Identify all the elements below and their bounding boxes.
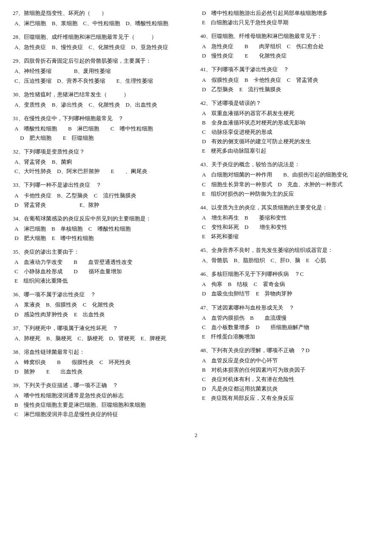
q37-options: A、肺梗死 B、脑梗死 C、肠梗死 D、肾梗死 E、脾梗死 [13, 334, 192, 343]
q48-options: A 血管反应是炎症的中心环节 B 对机体损害的任何因素均可为致炎因子 C 炎症对… [200, 356, 379, 403]
q46-options: A 佝寒 B 结核 C 霍奇金病 D 血吸虫虫卵结节 E 异物肉芽肿 [200, 280, 379, 298]
q36-option-row1: A 浆液炎 B、假膜性炎 C 化脓性炎 [14, 300, 192, 310]
q40-options: A 急性炎症 B 肉芽组织 C 伤口愈合处 D 慢性炎症 E 化脓性炎症 [200, 42, 379, 61]
question-39: 39、下列关于炎症描述，哪一项不正确 ？ A 嗜中性粒细胞浸润通常是急性炎症的标… [13, 381, 192, 419]
question-38: 38、溶血性链球菌最常引起： A 蜂窝织炎 B 假膜性炎 C 环死性炎 D 脓肿… [13, 347, 192, 376]
q33-options: A 卡他性炎症 B、乙型脑炎 C 流行性脑膜炎 D 肾盂肾炎 E、脓肿 [13, 191, 192, 210]
q29-option-row1: A、神经性萎缩 B、废用性萎缩 [14, 67, 192, 76]
question-34: 34、在葡萄球菌感染的炎症反应中所见到的主要细胞是： A 淋巴细胞 B 单核细胞… [13, 214, 192, 243]
q41-option-row1: A 假膜性炎症 B 卡他性炎症 C 肾盂肾炎 [202, 75, 379, 85]
q27-option-row: A、淋巴细胞 B、浆细胞 C、中性粒细胞 D、嗜酸性粒细胞 [14, 19, 192, 28]
question-40: 40、巨噬细胞、纤维母细胞和淋巴细胞最常见于： A 急性炎症 B 肉芽组织 C … [200, 32, 379, 61]
q48-option-c: C 炎症对机体有利，又有潜在危险性 [202, 375, 379, 384]
q43-text: 43、关于炎症的概念，较恰当的说法是： [200, 160, 379, 169]
q38-text: 38、溶血性链球菌最常引起： [13, 347, 192, 357]
q44-options: A 增生和再生 B 萎缩和变性 C 变性和坏死 D 增生和变性 E 坏死和萎缩 [200, 213, 379, 241]
q38-option-row2: D 脓肿 E 出血性炎 [14, 367, 192, 376]
q47-text: 47、下述因素哪种与血栓形成无关 ？ [200, 303, 379, 312]
q36-text: 36、哪一项不属于渗出性炎症 ？ [13, 290, 192, 299]
q27-options: A、淋巴细胞 B、浆细胞 C、中性粒细胞 D、嗜酸性粒细胞 [13, 19, 192, 28]
q44-text: 44、以变质为主的炎症，其实质细胞的主要变化是： [200, 203, 379, 212]
right-column: D 嗜中性粒细胞游出后必然引起局部单核细胞增多 E 白细胞渗出只见于急性炎症早期… [200, 9, 379, 423]
question-30: 30、急性猪瘟时，患猪淋巴结常发生（ ） A、变质性炎 B、渗出性炎 C、化脓性… [13, 90, 192, 110]
q43-option-row3: E 组织对损伤的一种防御为主的反应 [202, 189, 379, 199]
q32-option-row1: A、肾盂肾炎 B、菌痢 [14, 157, 192, 167]
q31-option-row2: D 肥大细胞 E 巨噬细胞 [14, 133, 192, 143]
question-46: 46、多核巨细胞不见于下列哪种疾病 ？C A 佝寒 B 结核 C 霍奇金病 D … [200, 269, 379, 298]
q48-option-b: B 对机体损害的任何因素均可为致炎因子 [202, 365, 379, 375]
question-36: 36、哪一项不属于渗出性炎症 ？ A 浆液炎 B、假膜性炎 C 化脓性炎 D 感… [13, 290, 192, 319]
q44-option-row3: E 坏死和萎缩 [202, 232, 379, 241]
q42-option-e: E 梗死多由动脉阻塞引起 [202, 146, 379, 156]
question-41: 41、下列哪项不属于渗出性炎症 ？ A 假膜性炎症 B 卡他性炎症 C 肾盂肾炎… [200, 65, 379, 94]
q31-text: 31、在慢性炎症中，下列哪种细胞最常见 ？ [13, 114, 192, 123]
q39-option-d: D 嗜中性粒细胞游出后必然引起局部单核细胞增多 [202, 9, 379, 18]
q34-options: A 淋巴细胞 B 单核细胞 C 嗜酸性粒细胞 D 肥大细胞 E 嗜中性粒细胞 [13, 224, 192, 243]
q47-option-row1: A 血管内膜损伤 B 血流缓慢 [202, 313, 379, 323]
q46-option-row2: D 血吸虫虫卵结节 E 异物肉芽肿 [202, 289, 379, 298]
q46-option-row1: A 佝寒 B 结核 C 霍奇金病 [202, 280, 379, 289]
q28-option-row: A、急性炎症 B、慢性炎症 C、化脓性炎症 D、亚急性炎症 [14, 43, 192, 52]
q47-option-row2: C 血小板数量增多 D 癌细胞崩解产物 [202, 323, 379, 332]
two-column-layout: 27、脓细胞是指变性、坏死的（ ） A、淋巴细胞 B、浆细胞 C、中性粒细胞 D… [13, 9, 379, 423]
q39-option-row2: B 慢性炎症细胞主要是淋巴细胞、巨噬细胞和浆细胞 [14, 400, 192, 410]
q34-text: 34、在葡萄球菌感染的炎症反应中所见到的主要细胞是： [13, 214, 192, 223]
q33-text: 33、下列哪一种不是渗出性炎症 ？ [13, 180, 192, 190]
q28-options: A、急性炎症 B、慢性炎症 C、化脓性炎症 D、亚急性炎症 [13, 43, 192, 52]
q44-option-row2: C 变性和坏死 D 增生和变性 [202, 223, 379, 232]
q33-option-row1: A 卡他性炎症 B、乙型脑炎 C 流行性脑膜炎 [14, 191, 192, 200]
q33-option-row2: D 肾盂肾炎 E、脓肿 [14, 200, 192, 210]
q38-option-row1: A 蜂窝织炎 B 假膜性炎 C 环死性炎 [14, 358, 192, 367]
q40-option-row1: A 急性炎症 B 肉芽组织 C 伤口愈合处 [202, 42, 379, 51]
question-31: 31、在慢性炎症中，下列哪种细胞最常见 ？ A 嗜酸性粒细胞 B 淋巴细胞 C … [13, 114, 192, 143]
q47-options: A 血管内膜损伤 B 血流缓慢 C 血小板数量增多 D 癌细胞崩解产物 E 纤维… [200, 313, 379, 341]
q39-text: 39、下列关于炎症描述，哪一项不正确 ？ [13, 381, 192, 390]
left-column: 27、脓细胞是指变性、坏死的（ ） A、淋巴细胞 B、浆细胞 C、中性粒细胞 D… [13, 9, 192, 423]
q37-option-row: A、肺梗死 B、脑梗死 C、肠梗死 D、肾梗死 E、脾梗死 [14, 334, 192, 343]
q42-text: 42、下述哪项是错误的？ [200, 98, 379, 108]
q35-option-row3: E 组织间液比重降低 [14, 276, 192, 286]
q30-options: A、变质性炎 B、渗出性炎 C、化脓性炎 D、出血性炎 [13, 100, 192, 110]
q39-option-row3: C 淋巴细胞浸润并非总是慢性炎症的特征 [14, 410, 192, 419]
q28-text: 28、巨噬细胞、成纤维细胞和淋巴细胞最常见于（ ） [13, 32, 192, 42]
q42-option-c: C 动脉痉挛促进梗死的形成 [202, 127, 379, 137]
q41-options: A 假膜性炎症 B 卡他性炎症 C 肾盂肾炎 D 乙型脑炎 E 流行性脑膜炎 [200, 75, 379, 94]
q45-option-row: A、骨骼肌 B、脂肪组织 C、肝D、脑 E 心肌 [202, 256, 379, 265]
q30-option-row: A、变质性炎 B、渗出性炎 C、化脓性炎 D、出血性炎 [14, 100, 192, 110]
q39-continued: D 嗜中性粒细胞游出后必然引起局部单核细胞增多 E 白细胞渗出只见于急性炎症早期 [200, 9, 379, 27]
q29-text: 29、四肢骨折石膏固定后引起的骨骼肌萎缩，主要属于： [13, 56, 192, 66]
q43-option-row2: C 细胞生长异常的一种形式 D 充血、水肿的一种形式 [202, 180, 379, 189]
q32-text: 32、下列哪项是变质性炎症？ [13, 147, 192, 156]
q44-option-row1: A 增生和再生 B 萎缩和变性 [202, 213, 379, 223]
q46-text: 46、多核巨细胞不见于下列哪种疾病 ？C [200, 269, 379, 279]
q40-text: 40、巨噬细胞、纤维母细胞和淋巴细胞最常见于： [200, 32, 379, 41]
q48-option-e: E 炎症既有局部反应，又有全身反应 [202, 393, 379, 403]
q34-option-row1: A 淋巴细胞 B 单核细胞 C 嗜酸性粒细胞 [14, 224, 192, 234]
page: 27、脓细胞是指变性、坏死的（ ） A、淋巴细胞 B、浆细胞 C、中性粒细胞 D… [13, 9, 379, 439]
q32-options: A、肾盂肾炎 B、菌痢 C、大叶性肺炎 D、阿米巴肝脓肿 E 、阑尾炎 [13, 157, 192, 176]
q47-option-row3: E 纤维蛋白溶酶增加 [202, 332, 379, 341]
q41-option-row2: D 乙型脑炎 E 流行性脑膜炎 [202, 85, 379, 94]
question-48: 48、下列有关炎症的理解，哪项不正确 ？D A 血管反应是炎症的中心环节 B 对… [200, 346, 379, 403]
question-45: 45、全身营养不良时，首先发生萎缩的组织或器官是： A、骨骼肌 B、脂肪组织 C… [200, 246, 379, 265]
q48-option-d: D 凡是炎症都运用抗菌素抗炎 [202, 384, 379, 393]
q36-options: A 浆液炎 B、假膜性炎 C 化脓性炎 D 感染性肉芽肿性炎 E 出血性炎 [13, 300, 192, 319]
question-42: 42、下述哪项是错误的？ A 双重血液循环的器官不易发生梗死 B 全身血液循环状… [200, 98, 379, 156]
q30-text: 30、急性猪瘟时，患猪淋巴结常发生（ ） [13, 90, 192, 99]
q27-text: 27、脓细胞是指变性、坏死的（ ） [13, 9, 192, 18]
q39-option-row1: A 嗜中性粒细胞浸润通常是急性炎症的标志 [14, 391, 192, 400]
q35-text: 35、炎症的渗出主要由于： [13, 247, 192, 257]
question-27: 27、脓细胞是指变性、坏死的（ ） A、淋巴细胞 B、浆细胞 C、中性粒细胞 D… [13, 9, 192, 28]
q39-options: A 嗜中性粒细胞浸润通常是急性炎症的标志 B 慢性炎症细胞主要是淋巴细胞、巨噬细… [13, 391, 192, 419]
question-32: 32、下列哪项是变质性炎症？ A、肾盂肾炎 B、菌痢 C、大叶性肺炎 D、阿米巴… [13, 147, 192, 176]
q35-option-row1: A 血液动力学改变 B 血管壁通透性改变 [14, 257, 192, 267]
q45-options: A、骨骼肌 B、脂肪组织 C、肝D、脑 E 心肌 [200, 256, 379, 265]
q38-options: A 蜂窝织炎 B 假膜性炎 C 环死性炎 D 脓肿 E 出血性炎 [13, 358, 192, 376]
q42-option-a: A 双重血液循环的器官不易发生梗死 [202, 109, 379, 118]
q41-text: 41、下列哪项不属于渗出性炎症 ？ [200, 65, 379, 74]
q42-options: A 双重血液循环的器官不易发生梗死 B 全身血液循环状态对梗死的形成无影响 C … [200, 109, 379, 156]
q37-text: 37、下列梗死中，哪项属于液化性坏死 ？ [13, 324, 192, 333]
q48-option-a: A 血管反应是炎症的中心环节 [202, 356, 379, 365]
q48-text: 48、下列有关炎症的理解，哪项不正确 ？D [200, 346, 379, 355]
q31-options: A 嗜酸性粒细胞 B 淋巴细胞 C 嗜中性粒细胞 D 肥大细胞 E 巨噬细胞 [13, 124, 192, 143]
